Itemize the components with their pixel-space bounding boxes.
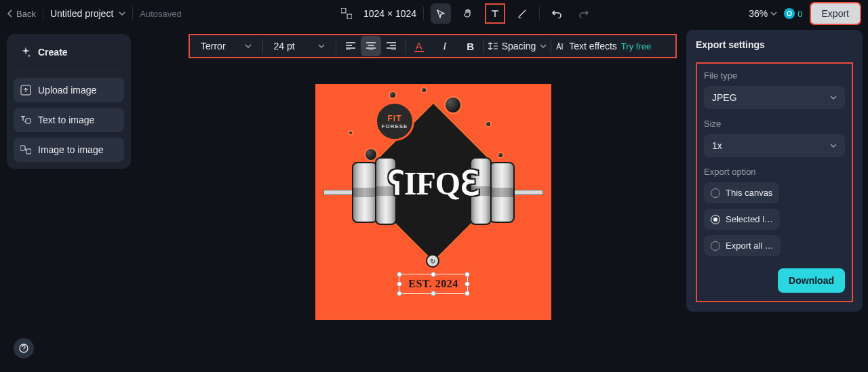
decor-orb: [420, 87, 427, 94]
refresh-badge-icon: ↻: [426, 254, 439, 268]
decor-orb: [389, 91, 397, 99]
text-tool-icon[interactable]: [485, 3, 505, 24]
project-name-label: Untitled project: [50, 8, 113, 19]
export-option-label: Export option: [704, 167, 845, 177]
top-bar: Back Untitled project Autosaved 1024 × 1…: [0, 0, 868, 27]
resize-handle[interactable]: [465, 281, 470, 287]
option-selected-layers[interactable]: Selected l…: [704, 209, 780, 230]
align-center-button[interactable]: [361, 36, 381, 56]
file-type-label: File type: [704, 70, 845, 81]
sparkle-icon: [20, 47, 31, 58]
brush-tool-icon[interactable]: [512, 3, 532, 24]
upload-image-button[interactable]: Upload image: [14, 78, 124, 102]
back-label: Back: [16, 9, 36, 19]
font-size-select[interactable]: 24 pt: [267, 36, 332, 56]
decor-orb: [485, 121, 492, 127]
chevron-down-icon: [318, 43, 325, 49]
effects-label: Text effects: [569, 41, 617, 51]
chevron-down-icon: [119, 10, 125, 17]
export-button[interactable]: Export: [810, 2, 861, 25]
barbell-plate: [489, 162, 515, 223]
barbell-plate: [352, 162, 378, 223]
back-button[interactable]: Back: [7, 9, 36, 19]
chevron-down-icon: [830, 142, 837, 149]
hand-tool-icon[interactable]: [458, 3, 478, 24]
t2i-label: Text to image: [38, 115, 94, 125]
chevron-down-icon: [540, 43, 547, 49]
canvas-size-icon[interactable]: [336, 3, 357, 24]
est-text: EST. 2024: [408, 278, 458, 290]
svg-rect-0: [341, 8, 346, 13]
chevron-down-icon: [770, 10, 777, 17]
text-selection[interactable]: EST. 2024: [399, 274, 468, 294]
option-export-all[interactable]: Export all …: [704, 235, 781, 256]
decor-orb: [444, 96, 462, 114]
chevron-down-icon: [245, 43, 252, 49]
resize-handle[interactable]: [397, 291, 402, 296]
svg-rect-1: [347, 14, 352, 19]
zoom-level[interactable]: 36%: [749, 8, 777, 19]
align-left-button[interactable]: [340, 36, 361, 56]
project-name[interactable]: Untitled project: [50, 8, 125, 19]
svg-rect-5: [20, 146, 25, 150]
cursor-tool-icon[interactable]: [431, 3, 451, 24]
badge-line2: FORESE: [382, 123, 408, 129]
option-this-canvas[interactable]: This canvas: [704, 182, 779, 203]
spacing-label: Spacing: [502, 41, 536, 51]
export-panel: Export settings File type JPEG Size 1x E…: [686, 30, 863, 312]
export-title: Export settings: [696, 39, 853, 50]
resize-handle[interactable]: [465, 272, 470, 277]
divider: [14, 70, 124, 71]
logo-title: ʕIFQƐ: [388, 164, 479, 202]
canvas[interactable]: FIT FORESE ʕIFQƐ ↻ EST. 2024: [180, 84, 687, 369]
opt-selected-label: Selected l…: [726, 214, 773, 224]
text-color-icon: A: [414, 41, 424, 52]
radio-icon: [711, 241, 720, 251]
barbell-rod: [511, 190, 543, 195]
italic-icon: I: [443, 41, 446, 52]
divider: [43, 7, 43, 20]
credits-pill[interactable]: 0: [784, 8, 802, 19]
divider: [539, 7, 540, 20]
spacing-button[interactable]: Spacing: [488, 41, 547, 51]
align-group: [340, 36, 401, 56]
create-button[interactable]: Create: [14, 41, 124, 64]
redo-icon[interactable]: [574, 3, 594, 24]
resize-handle[interactable]: [431, 291, 436, 296]
italic-button[interactable]: I: [436, 36, 454, 56]
i2i-label: Image to image: [38, 144, 104, 155]
file-type-value: JPEG: [712, 92, 737, 103]
spacing-icon: [488, 42, 498, 50]
autosave-status: Autosaved: [140, 9, 181, 19]
radio-icon: [711, 188, 720, 198]
image-to-image-button[interactable]: Image to image: [14, 138, 124, 162]
text-effects-button[interactable]: Text effects: [555, 41, 617, 51]
help-button[interactable]: [14, 338, 34, 358]
text-to-image-button[interactable]: Text to image: [14, 108, 124, 132]
canvas-dimensions[interactable]: 1024 × 1024: [363, 8, 416, 19]
bold-icon: B: [467, 41, 474, 52]
upload-icon: [20, 85, 31, 96]
align-right-button[interactable]: [381, 36, 401, 56]
size-value: 1x: [712, 140, 722, 151]
undo-icon[interactable]: [547, 3, 567, 24]
try-free-link[interactable]: Try free: [621, 41, 651, 51]
text-toolbar: Terror 24 pt A I B Spacing Text effects …: [189, 34, 677, 58]
resize-handle[interactable]: [397, 281, 402, 287]
upload-label: Upload image: [38, 85, 96, 96]
artboard[interactable]: FIT FORESE ʕIFQƐ ↻ EST. 2024: [315, 84, 551, 320]
file-type-select[interactable]: JPEG: [704, 86, 845, 109]
font-select[interactable]: Terror: [194, 36, 258, 56]
text-color-button[interactable]: A: [410, 36, 428, 56]
bold-button[interactable]: B: [462, 36, 479, 56]
decor-orb: [348, 130, 353, 136]
size-select[interactable]: 1x: [704, 134, 845, 157]
badge-line1: FIT: [388, 114, 402, 123]
radio-icon: [711, 215, 720, 224]
resize-handle[interactable]: [431, 272, 436, 277]
resize-handle[interactable]: [397, 272, 402, 277]
create-label: Create: [38, 47, 68, 58]
download-button[interactable]: Download: [778, 268, 845, 293]
resize-handle[interactable]: [465, 291, 470, 296]
text-to-image-icon: [20, 115, 31, 125]
